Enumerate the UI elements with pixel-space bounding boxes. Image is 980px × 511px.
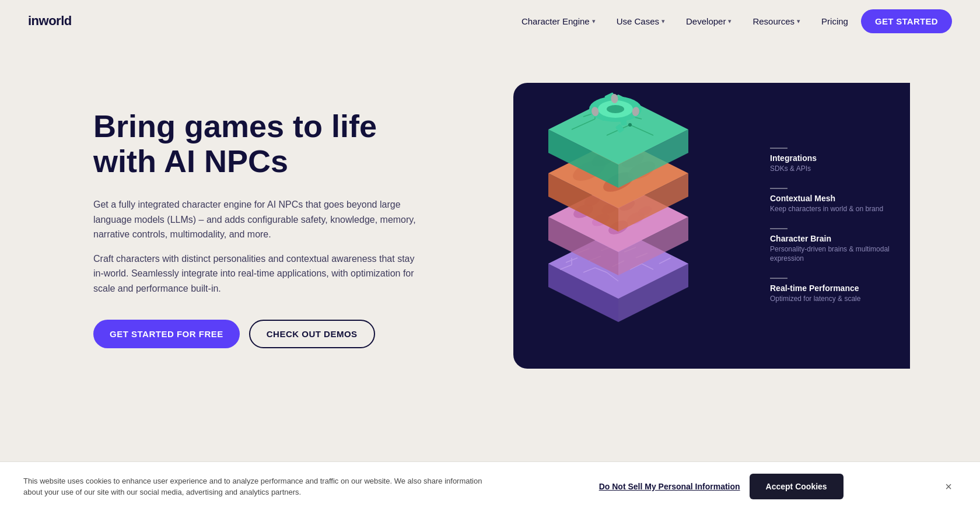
logo[interactable]: inworld bbox=[28, 13, 72, 29]
nav-item-developer[interactable]: Developer ▾ bbox=[678, 12, 740, 31]
feature-item-realtime-performance: Real-time Performance Optimized for late… bbox=[770, 278, 898, 304]
feature-list: Integrations SDKs & APIs Contextual Mesh… bbox=[770, 148, 898, 304]
hero-visual: Integrations SDKs & APIs Contextual Mesh… bbox=[420, 83, 910, 374]
navbar: inworld Character Engine ▾ Use Cases ▾ D… bbox=[0, 0, 980, 42]
feature-line-icon bbox=[770, 278, 788, 279]
feature-line-icon bbox=[770, 228, 788, 229]
nav-item-character-engine[interactable]: Character Engine ▾ bbox=[513, 12, 604, 31]
dark-panel: Integrations SDKs & APIs Contextual Mesh… bbox=[513, 83, 910, 369]
hero-illustration bbox=[525, 89, 712, 357]
feature-item-character-brain: Character Brain Personality-driven brain… bbox=[770, 228, 898, 264]
nav-get-started-button[interactable]: GET STARTED bbox=[861, 9, 952, 33]
hero-title: Bring games to life with AI NPCs bbox=[93, 109, 420, 178]
hero-buttons: GET STARTED FOR FREE CHECK OUT DEMOS bbox=[93, 320, 420, 348]
chevron-down-icon: ▾ bbox=[797, 18, 800, 25]
cookie-actions: Do Not Sell My Personal Information Acce… bbox=[599, 474, 844, 499]
do-not-sell-link[interactable]: Do Not Sell My Personal Information bbox=[599, 482, 740, 491]
hero-section: Bring games to life with AI NPCs Get a f… bbox=[0, 42, 980, 415]
hero-content: Bring games to life with AI NPCs Get a f… bbox=[93, 109, 420, 348]
hero-description-2: Craft characters with distinct personali… bbox=[93, 251, 420, 296]
feature-line-icon bbox=[770, 148, 788, 149]
chevron-down-icon: ▾ bbox=[592, 18, 596, 25]
get-started-free-button[interactable]: GET STARTED FOR FREE bbox=[93, 320, 240, 348]
svg-point-48 bbox=[628, 123, 632, 127]
feature-line-icon bbox=[770, 188, 788, 189]
cookie-banner: This website uses cookies to enhance use… bbox=[0, 461, 980, 511]
nav-item-use-cases[interactable]: Use Cases ▾ bbox=[608, 12, 673, 31]
chevron-down-icon: ▾ bbox=[728, 18, 732, 25]
cookie-close-button[interactable]: × bbox=[940, 478, 957, 496]
check-out-demos-button[interactable]: CHECK OUT DEMOS bbox=[249, 320, 375, 348]
accept-cookies-button[interactable]: Accept Cookies bbox=[750, 474, 844, 499]
hero-description-1: Get a fully integrated character engine … bbox=[93, 197, 420, 242]
feature-item-contextual-mesh: Contextual Mesh Keep characters in world… bbox=[770, 188, 898, 214]
svg-point-57 bbox=[607, 105, 624, 113]
chevron-down-icon: ▾ bbox=[662, 18, 665, 25]
nav-item-resources[interactable]: Resources ▾ bbox=[744, 12, 808, 31]
nav-links: Character Engine ▾ Use Cases ▾ Developer… bbox=[513, 9, 952, 33]
feature-item-integrations: Integrations SDKs & APIs bbox=[770, 148, 898, 174]
cookie-text: This website uses cookies to enhance use… bbox=[23, 475, 502, 498]
nav-item-pricing[interactable]: Pricing bbox=[813, 12, 856, 31]
